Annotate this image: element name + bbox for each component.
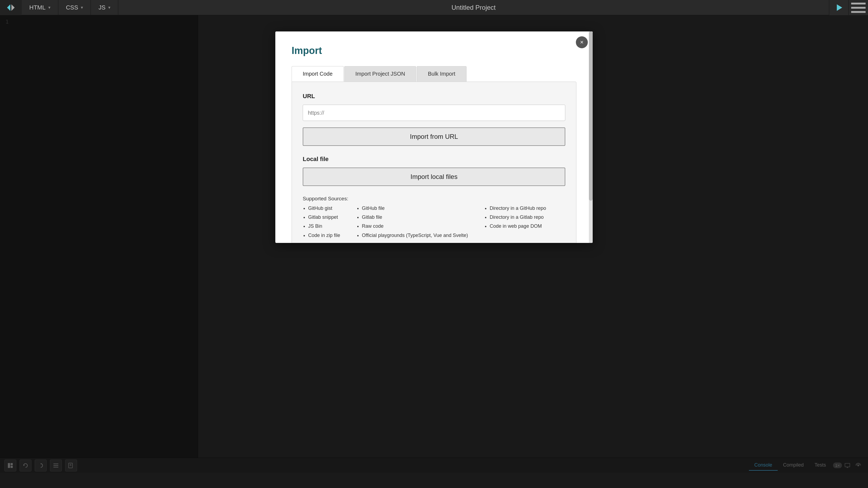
import-local-files-label: Import local files (410, 173, 457, 181)
css-tab-label: CSS (66, 4, 78, 11)
html-tab[interactable]: HTML ▾ (22, 0, 58, 15)
local-file-section: Local file Import local files (303, 156, 565, 186)
svg-marker-2 (837, 4, 842, 11)
svg-rect-3 (851, 3, 866, 5)
tab-bulk-import[interactable]: Bulk Import (416, 66, 466, 82)
run-icon (835, 3, 843, 12)
logo-btn[interactable] (0, 0, 22, 15)
js-tab-label: JS (98, 4, 105, 11)
svg-marker-0 (7, 4, 10, 11)
source-item: Code in web page DOM (490, 223, 546, 230)
sources-col-3: Directory in a GitHub repo Directory in … (484, 205, 546, 241)
run-button[interactable] (829, 0, 848, 15)
tab-content-import-code: URL Import from URL Local file Import lo… (291, 82, 577, 243)
svg-rect-5 (851, 11, 866, 13)
modal-scrollbar[interactable] (589, 31, 593, 243)
main-area: 1 × Import Import Code Import Project JS… (0, 15, 868, 473)
modal-tabs: Import Code Import Project JSON Bulk Imp… (291, 66, 577, 82)
tab-bulk-import-label: Bulk Import (428, 71, 455, 77)
tab-import-project-json[interactable]: Import Project JSON (344, 66, 416, 82)
source-item: Code in zip file (308, 232, 340, 239)
project-title: Untitled Project (118, 4, 829, 11)
close-button[interactable]: × (576, 36, 588, 48)
url-section-label: URL (303, 93, 565, 100)
logo-icon (5, 2, 17, 13)
import-from-url-label: Import from URL (410, 133, 458, 140)
source-item: GitHub file (362, 205, 468, 212)
html-tab-chevron: ▾ (48, 5, 51, 10)
js-tab-chevron: ▾ (108, 5, 111, 10)
source-item: GitHub gist (308, 205, 340, 212)
import-from-url-button[interactable]: Import from URL (303, 127, 565, 146)
url-section: URL Import from URL (303, 93, 565, 146)
top-toolbar: HTML ▾ CSS ▾ JS ▾ Untitled Project (0, 0, 868, 15)
modal-title: Import (291, 45, 577, 56)
menu-icon (849, 0, 868, 17)
sources-col-2: GitHub file Gitlab file Raw code Officia… (356, 205, 468, 241)
js-tab[interactable]: JS ▾ (91, 0, 118, 15)
menu-button[interactable] (848, 0, 868, 15)
svg-rect-4 (851, 7, 866, 9)
tab-import-code[interactable]: Import Code (291, 66, 344, 82)
source-item: Gitlab snippet (308, 214, 340, 221)
import-modal: × Import Import Code Import Project JSON… (275, 31, 593, 243)
source-item: Gitlab file (362, 214, 468, 221)
source-item: Directory in a GitHub repo (490, 205, 546, 212)
supported-sources: Supported Sources: GitHub gist Gitlab sn… (303, 196, 565, 241)
supported-sources-title: Supported Sources: (303, 196, 565, 202)
close-icon: × (580, 39, 584, 46)
local-file-label: Local file (303, 156, 565, 163)
tab-import-project-json-label: Import Project JSON (355, 71, 405, 77)
source-item: Directory in a Gitlab repo (490, 214, 546, 221)
tab-import-code-label: Import Code (303, 71, 333, 77)
url-input[interactable] (303, 105, 565, 121)
sources-col-1: GitHub gist Gitlab snippet JS Bin Code i… (303, 205, 340, 241)
source-item: Official playgrounds (TypeScript, Vue an… (362, 232, 468, 239)
source-item: JS Bin (308, 223, 340, 230)
css-tab-chevron: ▾ (81, 5, 83, 10)
svg-marker-1 (11, 4, 14, 11)
import-local-files-button[interactable]: Import local files (303, 167, 565, 186)
sources-columns: GitHub gist Gitlab snippet JS Bin Code i… (303, 205, 565, 241)
css-tab[interactable]: CSS ▾ (58, 0, 91, 15)
source-item: Raw code (362, 223, 468, 230)
modal-overlay: × Import Import Code Import Project JSON… (0, 15, 868, 473)
modal-scrollbar-thumb (589, 31, 593, 201)
html-tab-label: HTML (29, 4, 45, 11)
modal-scroll-area[interactable]: Import Import Code Import Project JSON B… (275, 31, 593, 243)
